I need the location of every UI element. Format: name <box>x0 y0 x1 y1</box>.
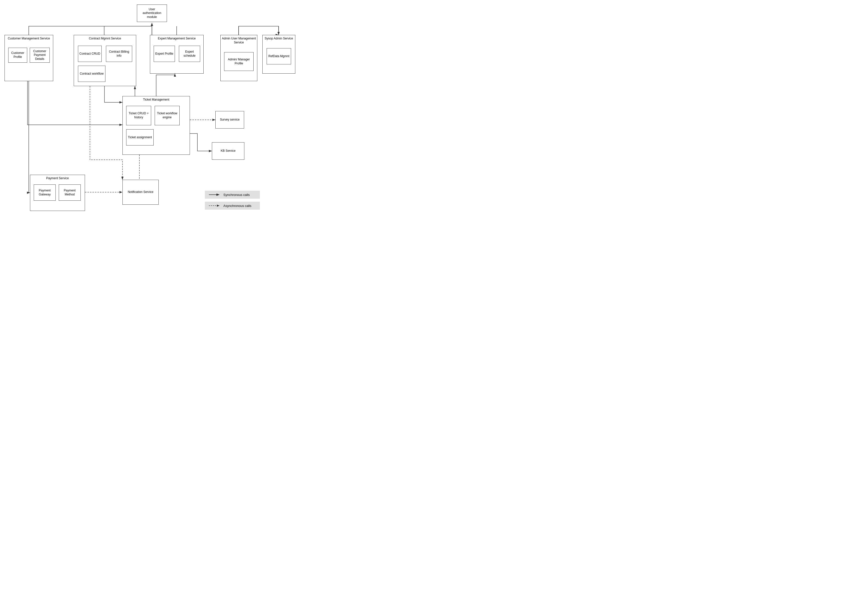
refdata-mgmt-box: RefData Mgmnt <box>267 48 291 64</box>
kb-service-box: KB Service <box>212 142 244 160</box>
kb-service-label: KB Service <box>221 149 235 153</box>
contract-workflow-box: Contract workflow <box>78 66 106 82</box>
ticket-workflow-label: Ticket workflow engine <box>156 112 178 119</box>
payment-method-label: Payment Method <box>60 189 79 197</box>
contract-workflow-label: Contract workflow <box>80 72 103 76</box>
user-auth-box: User authentication module <box>137 5 167 22</box>
admin-mgmt-box: Admin User Management Service Admin/ Man… <box>220 35 257 81</box>
sysop-admin-label: Sysop Admin Service <box>263 37 295 41</box>
architecture-diagram: User authentication module Customer Mana… <box>0 0 300 225</box>
customer-payment-label: Customer Payment Details <box>31 50 48 61</box>
contract-billing-label: Contract Billing info <box>107 50 131 57</box>
survey-service-label: Survey service <box>220 118 240 122</box>
ticket-assignment-label: Ticket assignment <box>128 135 152 140</box>
admin-profile-label: Admin/ Manager Profile <box>226 57 252 65</box>
ticket-mgmt-box: Ticket Management Ticket CRUD + history … <box>123 96 190 155</box>
ticket-mgmt-label: Ticket Management <box>123 98 190 102</box>
ticket-assignment-box: Ticket assignment <box>126 129 154 146</box>
sysop-admin-box: Sysop Admin Service RefData Mgmnt <box>262 35 296 74</box>
contract-crud-label: Contract CRUD <box>79 52 100 56</box>
admin-mgmt-label: Admin User Management Service <box>221 37 257 45</box>
ticket-crud-label: Ticket CRUD + history <box>128 112 150 119</box>
payment-gateway-label: Payment Gateway <box>35 189 54 197</box>
notification-service-box: Notification Service <box>123 180 159 205</box>
ticket-crud-box: Ticket CRUD + history <box>126 106 151 125</box>
notification-service-label: Notification Service <box>128 190 153 194</box>
expert-profile-box: Expert Profile <box>154 46 175 62</box>
payment-service-box: Payment Service Payment Gateway Payment … <box>30 175 85 211</box>
expert-profile-label: Expert Profile <box>155 52 173 56</box>
expert-mgmt-label: Expert Management Service <box>150 37 204 41</box>
expert-schedule-box: Expert schedule <box>179 46 200 62</box>
expert-schedule-label: Expert schedule <box>180 50 199 57</box>
customer-profile-box: Customer Profile <box>8 48 27 63</box>
contract-mgmt-label: Contract Mgmnt Service <box>74 37 136 41</box>
customer-mgmt-box: Customer Management Service Customer Pro… <box>5 35 53 81</box>
customer-mgmt-label: Customer Management Service <box>5 37 53 41</box>
ticket-workflow-box: Ticket workflow engine <box>155 106 180 125</box>
user-auth-label: User authentication module <box>143 8 162 19</box>
payment-service-label: Payment Service <box>30 177 85 180</box>
sync-legend: Synchronous calls <box>205 191 260 198</box>
sync-label: Synchronous calls <box>223 193 250 197</box>
payment-gateway-box: Payment Gateway <box>34 185 56 201</box>
contract-billing-box: Contract Billing info <box>106 46 132 62</box>
survey-service-box: Survey service <box>215 111 244 129</box>
customer-payment-box: Customer Payment Details <box>30 48 50 63</box>
refdata-mgmt-label: RefData Mgmnt <box>268 54 289 58</box>
expert-mgmt-box: Expert Management Service Expert Profile… <box>150 35 204 74</box>
payment-method-box: Payment Method <box>59 185 81 201</box>
contract-mgmt-box: Contract Mgmnt Service Contract CRUD Con… <box>74 35 136 86</box>
async-legend: Asynchronous calls <box>205 202 260 210</box>
customer-profile-label: Customer Profile <box>9 51 26 59</box>
contract-crud-box: Contract CRUD <box>78 46 102 62</box>
async-label: Asynchronous calls <box>223 204 251 208</box>
admin-profile-box: Admin/ Manager Profile <box>224 52 254 71</box>
